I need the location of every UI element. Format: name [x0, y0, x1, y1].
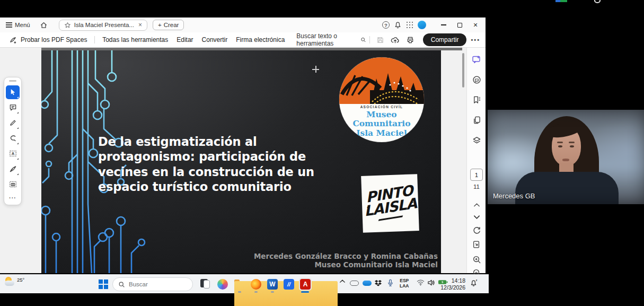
create-label: Crear: [164, 22, 179, 28]
print-button[interactable]: [403, 34, 418, 46]
task-view-button[interactable]: [200, 279, 210, 289]
page-total: 11: [467, 183, 486, 190]
comment-tool[interactable]: [6, 101, 20, 115]
fit-page-button[interactable]: [467, 237, 486, 252]
search-label: Buscar texto o herramientas: [296, 32, 357, 47]
select-tool[interactable]: [6, 85, 20, 99]
pdf-spaces-icon: [10, 36, 17, 44]
zoom-in-button[interactable]: [467, 252, 486, 267]
svg-text:z: z: [476, 279, 478, 282]
svg-text:A: A: [11, 151, 14, 156]
document-tab[interactable]: Isla Maciel Presenta... ×: [59, 20, 147, 31]
credits-institution: Museo Comunitario Isla Maciel: [254, 260, 438, 269]
tab-title: Isla Maciel Presenta...: [74, 22, 134, 28]
comments-icon: [472, 75, 481, 84]
hamburger-icon: [6, 21, 12, 29]
participant-name-label: Mercedes GB: [493, 192, 535, 200]
museum-logo: ASOCIACIÓN CIVÍL Museo Comunitario Isla …: [339, 57, 424, 142]
upload-cloud-button[interactable]: [387, 34, 403, 46]
search-button[interactable]: Buscar texto o herramientas: [296, 32, 366, 47]
save-button[interactable]: [373, 34, 387, 46]
palette-drag-handle[interactable]: [9, 80, 16, 82]
bookmark-icon: [472, 95, 481, 104]
layers-icon: [472, 136, 481, 145]
microphone-tray[interactable]: [387, 279, 394, 287]
start-button[interactable]: [99, 279, 108, 289]
close-button[interactable]: ×: [467, 19, 483, 31]
tray-expand-button[interactable]: [339, 279, 346, 283]
pdf-spaces-button[interactable]: Probar los PDF Spaces: [5, 34, 91, 46]
bookmarks-panel-button[interactable]: [467, 92, 486, 107]
slashes-app[interactable]: //: [283, 278, 295, 291]
search-placeholder: Buscar: [129, 281, 148, 287]
zoom-in-icon: [472, 255, 481, 264]
page-number-input[interactable]: 1: [470, 169, 483, 181]
word-app[interactable]: W: [266, 278, 279, 291]
right-rail: 1 11: [466, 48, 486, 273]
notifications-tray[interactable]: z: [470, 279, 478, 287]
ai-assistant-icon: [472, 55, 481, 64]
esign-button[interactable]: Firma electrónica: [232, 34, 289, 46]
rotate-page-button[interactable]: [467, 223, 486, 238]
active-running-indicator: [301, 291, 309, 293]
more-tools-button[interactable]: ···: [6, 193, 20, 203]
fill-sign-tool[interactable]: [6, 162, 20, 176]
vertical-scrollbar[interactable]: [462, 53, 464, 88]
help-icon[interactable]: ?: [382, 21, 390, 29]
taskbar-search[interactable]: Buscar: [112, 277, 193, 291]
tab-close-icon[interactable]: ×: [138, 21, 142, 29]
pages-icon: [472, 116, 481, 125]
apps-grid-icon[interactable]: [406, 21, 413, 29]
microphone-icon: [387, 279, 394, 287]
next-page-button[interactable]: [467, 209, 486, 224]
copilot-app[interactable]: [216, 278, 229, 291]
restore-button[interactable]: [452, 19, 467, 31]
minimize-button[interactable]: [436, 19, 452, 31]
menu-button[interactable]: Menú: [2, 20, 34, 31]
pages-panel-button[interactable]: [467, 112, 486, 127]
create-button[interactable]: + Crear: [153, 20, 184, 30]
snapshot-tool[interactable]: [6, 178, 20, 191]
onedrive-gray-tray[interactable]: [350, 281, 359, 286]
home-icon: [40, 21, 48, 29]
notifications-bell-icon[interactable]: [394, 21, 402, 29]
fit-page-icon: [472, 240, 481, 249]
onedrive-blue-tray[interactable]: [363, 281, 372, 286]
share-button[interactable]: Compartir: [423, 33, 467, 46]
pen-nib-icon: [9, 165, 17, 173]
highlight-tool[interactable]: [6, 116, 20, 130]
layers-panel-button[interactable]: [467, 133, 486, 147]
firefox-icon: [251, 279, 261, 290]
text-select-icon: A: [9, 150, 17, 158]
divider: [369, 36, 370, 43]
all-tools-button[interactable]: Todas las herramientas: [98, 34, 172, 46]
video-participant-tile[interactable]: Mercedes GB: [488, 110, 644, 204]
file-explorer-app[interactable]: [233, 278, 246, 291]
select-text-tool[interactable]: A: [6, 147, 20, 161]
windows-taskbar: 25° Buscar W // A: [0, 274, 489, 293]
cloud-filled-icon: [363, 281, 372, 286]
dropbox-tray[interactable]: [374, 279, 382, 287]
home-button[interactable]: [36, 20, 51, 31]
time: 14:18: [440, 277, 465, 284]
copilot-icon: [217, 279, 228, 290]
running-indicator: [254, 291, 258, 293]
clock[interactable]: 14:18 12/3/2026: [440, 277, 465, 291]
acrobat-app[interactable]: A: [299, 278, 312, 291]
language-indicator[interactable]: ESP LAA: [400, 278, 409, 289]
search-icon: [360, 36, 366, 43]
toolbar-more-button[interactable]: •••: [471, 37, 480, 43]
weather-widget[interactable]: 25°: [4, 276, 24, 288]
convert-button[interactable]: Convertir: [198, 34, 232, 46]
comments-panel-button[interactable]: [467, 72, 486, 87]
edit-button[interactable]: Editar: [172, 34, 197, 46]
avatar[interactable]: [418, 21, 426, 29]
speaker-icon: [427, 279, 435, 286]
draw-tool[interactable]: [6, 132, 20, 145]
museum-logo-art: [339, 57, 424, 104]
folder-icon: [234, 281, 245, 290]
firefox-app[interactable]: [250, 278, 262, 291]
volume-tray[interactable]: [427, 279, 435, 286]
ai-assistant-button[interactable]: [467, 52, 486, 67]
wifi-tray[interactable]: [417, 279, 425, 286]
